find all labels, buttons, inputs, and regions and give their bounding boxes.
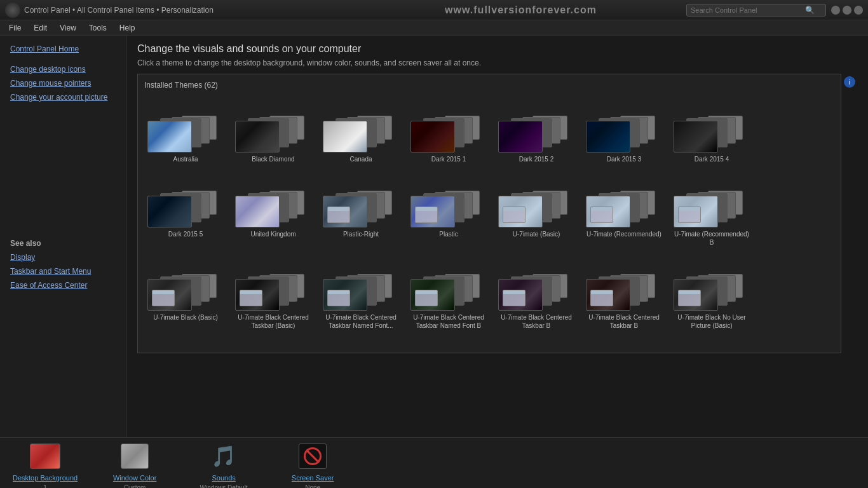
- theme-item-dark1[interactable]: Dark 2015 1: [407, 96, 490, 166]
- window-controls[interactable]: [831, 6, 863, 15]
- sidebar-item-cp-home[interactable]: Control Panel Home: [0, 42, 126, 56]
- theme-item-u7bkct4[interactable]: U-7imate Black Centered Taskbar B: [495, 254, 578, 332]
- theme-item-uk[interactable]: United Kingdom: [232, 171, 315, 249]
- toolbar-screen-saver[interactable]: Screen Saver None: [281, 441, 344, 488]
- sidebar-item-mouse-pointers[interactable]: Change mouse pointers: [0, 76, 126, 90]
- theme-label-dark5: Dark 2015 5: [168, 230, 203, 238]
- bottom-toolbar: Desktop Background 1 Window Color Custom…: [0, 437, 868, 488]
- desktop-bg-value: 1: [43, 484, 47, 488]
- menu-view[interactable]: View: [53, 22, 83, 34]
- search-input[interactable]: [691, 6, 805, 14]
- maximize-button[interactable]: [843, 6, 851, 15]
- sidebar: Control Panel Home Change desktop icons …: [0, 36, 127, 437]
- theme-item-u7bkct5[interactable]: U-7imate Black Centered Taskbar B: [583, 254, 665, 332]
- theme-item-u7bkct2[interactable]: U-7imate Black Centered Taskbar Named Fo…: [320, 254, 402, 332]
- theme-item-dark5[interactable]: Dark 2015 5: [144, 171, 227, 249]
- themes-panel: Installed Themes (62) AustraliaBlack Dia…: [137, 74, 841, 353]
- theme-item-australia[interactable]: Australia: [144, 96, 227, 166]
- sounds-icon: 🎵: [208, 441, 239, 471]
- toolbar-window-color[interactable]: Window Color Custom: [103, 441, 166, 488]
- sidebar-item-display[interactable]: Display: [0, 250, 126, 264]
- menu-file[interactable]: File: [3, 22, 27, 34]
- sounds-value: Windows Default: [200, 484, 248, 488]
- theme-item-blackdiamond[interactable]: Black Diamond: [232, 96, 315, 166]
- theme-label-u7bkct5: U-7imate Black Centered Taskbar B: [586, 313, 662, 330]
- theme-label-canada: Canada: [349, 155, 372, 163]
- theme-label-dark3: Dark 2015 3: [607, 155, 641, 163]
- theme-item-u7bkct3[interactable]: U-7imate Black Centered Taskbar Named Fo…: [407, 254, 490, 332]
- close-button[interactable]: [854, 6, 863, 15]
- main-layout: Control Panel Home Change desktop icons …: [0, 36, 868, 437]
- screen-saver-label[interactable]: Screen Saver: [292, 474, 334, 482]
- theme-label-u7bkbasic: U-7imate Black (Basic): [153, 313, 218, 322]
- theme-label-plasticr: Plastic-Right: [343, 230, 379, 238]
- theme-label-blackdiamond: Black Diamond: [252, 155, 294, 163]
- theme-item-canada[interactable]: Canada: [320, 96, 402, 166]
- toolbar-sounds[interactable]: 🎵 Sounds Windows Default: [192, 441, 255, 488]
- see-also-title: See also: [0, 231, 126, 250]
- info-icon[interactable]: i: [844, 76, 855, 88]
- sidebar-item-desktop-icons[interactable]: Change desktop icons: [0, 62, 126, 76]
- minimize-button[interactable]: [831, 6, 840, 15]
- screen-saver-icon: [297, 441, 328, 471]
- theme-label-u7bkct2: U-7imate Black Centered Taskbar Named Fo…: [323, 313, 399, 330]
- breadcrumb: Control Panel • All Control Panel Items …: [24, 6, 355, 15]
- menu-edit[interactable]: Edit: [27, 22, 53, 34]
- app-logo: [5, 3, 20, 18]
- theme-item-dark2[interactable]: Dark 2015 2: [495, 96, 578, 166]
- theme-item-u7bknoupic2[interactable]: U-7imate Black No User Picture Centered: [144, 337, 227, 353]
- theme-item-dark3[interactable]: Dark 2015 3: [583, 96, 665, 166]
- theme-item-u7bkbasic[interactable]: U-7imate Black (Basic): [144, 254, 227, 332]
- theme-item-u7rec[interactable]: U-7imate (Recommended): [583, 171, 665, 249]
- sidebar-item-account-picture[interactable]: Change your account picture: [0, 90, 126, 104]
- desktop-bg-label[interactable]: Desktop Background: [13, 474, 78, 482]
- theme-label-u7bkct3: U-7imate Black Centered Taskbar Named Fo…: [410, 313, 487, 330]
- theme-item-u7basic[interactable]: U-7imate (Basic): [495, 171, 578, 249]
- theme-label-u7bkct4: U-7imate Black Centered Taskbar B: [498, 313, 574, 330]
- theme-label-uk: United Kingdom: [250, 230, 295, 238]
- themes-panel-title: Installed Themes (62): [144, 81, 834, 90]
- theme-label-u7bknoupic: U-7imate Black No User Picture (Basic): [674, 313, 750, 330]
- page-title: Change the visuals and sounds on your co…: [137, 43, 858, 55]
- sounds-label[interactable]: Sounds: [212, 474, 235, 482]
- theme-label-u7bkct: U-7imate Black Centered Taskbar (Basic): [235, 313, 311, 330]
- theme-item-u7bkct[interactable]: U-7imate Black Centered Taskbar (Basic): [232, 254, 315, 332]
- search-icon: 🔍: [805, 6, 815, 15]
- theme-label-australia: Australia: [173, 155, 198, 163]
- content-area: Change the visuals and sounds on your co…: [127, 36, 868, 437]
- watermark: www.fullversionforever.com: [355, 4, 686, 16]
- window-color-icon: [119, 441, 150, 471]
- theme-label-dark1: Dark 2015 1: [431, 155, 466, 163]
- theme-item-dark4[interactable]: Dark 2015 4: [670, 96, 753, 166]
- theme-label-plastic: Plastic: [439, 230, 458, 238]
- screen-saver-value: None: [305, 484, 320, 488]
- window-color-label[interactable]: Window Color: [113, 474, 156, 482]
- themes-grid: AustraliaBlack DiamondCanadaDark 2015 1D…: [144, 96, 834, 353]
- menu-help[interactable]: Help: [113, 22, 142, 34]
- theme-item-u7recb[interactable]: U-7imate (Recommended) B: [670, 171, 753, 249]
- theme-label-u7basic: U-7imate (Basic): [513, 230, 560, 238]
- theme-label-dark4: Dark 2015 4: [695, 155, 729, 163]
- window-color-value: Custom: [124, 484, 146, 488]
- theme-item-u7bknoupic[interactable]: U-7imate Black No User Picture (Basic): [670, 254, 753, 332]
- theme-item-u7bknoupic3[interactable]: U-7imate Black No User Picture Centered: [232, 337, 315, 353]
- menu-bar: File Edit View Tools Help: [0, 20, 868, 36]
- theme-item-plastic[interactable]: Plastic: [407, 171, 490, 249]
- title-bar: Control Panel • All Control Panel Items …: [0, 0, 868, 20]
- theme-label-dark2: Dark 2015 2: [519, 155, 553, 163]
- page-subtitle: Click a theme to change the desktop back…: [137, 58, 858, 67]
- toolbar-desktop-bg[interactable]: Desktop Background 1: [13, 441, 78, 488]
- sidebar-item-taskbar[interactable]: Taskbar and Start Menu: [0, 264, 126, 278]
- theme-label-u7rec: U-7imate (Recommended): [587, 230, 661, 238]
- theme-label-u7recb: U-7imate (Recommended) B: [674, 230, 750, 247]
- desktop-bg-icon: [30, 441, 60, 471]
- theme-item-plasticr[interactable]: Plastic-Right: [320, 171, 402, 249]
- search-box[interactable]: 🔍: [686, 4, 826, 17]
- sidebar-item-ease[interactable]: Ease of Access Center: [0, 278, 126, 292]
- menu-tools[interactable]: Tools: [83, 22, 113, 34]
